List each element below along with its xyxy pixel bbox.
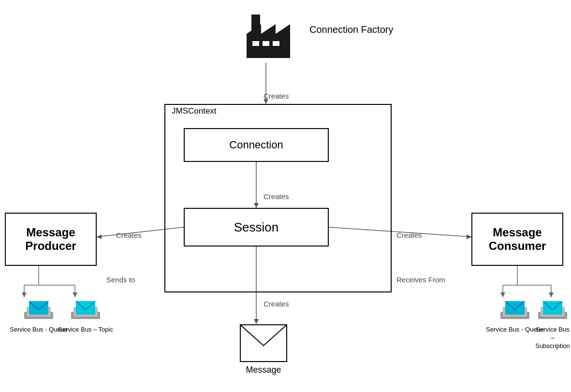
receives-from-label: Receives From bbox=[396, 276, 445, 284]
creates-label-bottom: Creates bbox=[264, 300, 289, 308]
sb-subscription-right-icon bbox=[538, 297, 567, 324]
svg-marker-23 bbox=[549, 292, 554, 297]
svg-marker-16 bbox=[73, 292, 77, 297]
message-label: Message bbox=[237, 365, 290, 375]
svg-rect-26 bbox=[252, 41, 259, 46]
sb-topic-left-icon bbox=[71, 297, 100, 324]
creates-label-right: Creates bbox=[396, 231, 422, 239]
jms-context-label: JMSContext bbox=[172, 106, 217, 116]
sb-topic-left-group: Service Bus – Topic bbox=[58, 297, 113, 334]
creates-label-left: Creates bbox=[116, 231, 142, 239]
svg-marker-21 bbox=[500, 292, 505, 297]
svg-rect-25 bbox=[251, 15, 260, 34]
connection-box: Connection bbox=[184, 128, 329, 162]
svg-marker-14 bbox=[22, 292, 27, 297]
message-consumer-label: MessageConsumer bbox=[489, 226, 546, 253]
factory-icon bbox=[237, 5, 295, 63]
svg-marker-5 bbox=[97, 234, 102, 239]
message-consumer-box: MessageConsumer bbox=[471, 213, 563, 266]
connection-label: Connection bbox=[229, 139, 283, 151]
message-producer-label: MessageProducer bbox=[25, 226, 76, 253]
sends-to-label: Sends to bbox=[106, 276, 135, 284]
sb-subscription-right-label: Service Bus – Subscription bbox=[534, 326, 571, 350]
diagram: Connection Factory Creates JMSContext Co… bbox=[0, 0, 571, 392]
svg-marker-9 bbox=[254, 319, 259, 324]
creates-label-top: Creates bbox=[264, 92, 289, 100]
creates-label-mid: Creates bbox=[264, 192, 289, 201]
message-producer-box: MessageProducer bbox=[5, 213, 97, 266]
svg-marker-7 bbox=[467, 234, 471, 239]
sb-queue-right-icon bbox=[500, 297, 529, 324]
connection-factory-label: Connection Factory bbox=[309, 24, 393, 35]
svg-rect-28 bbox=[273, 41, 279, 46]
sb-subscription-right-group: Service Bus – Subscription bbox=[534, 297, 571, 350]
session-label: Session bbox=[234, 220, 279, 235]
sb-topic-left-label: Service Bus – Topic bbox=[58, 326, 113, 334]
session-box: Session bbox=[184, 208, 329, 247]
message-icon bbox=[239, 324, 288, 363]
sb-queue-left-icon bbox=[24, 297, 53, 324]
svg-rect-29 bbox=[240, 325, 287, 362]
svg-rect-27 bbox=[263, 41, 269, 46]
